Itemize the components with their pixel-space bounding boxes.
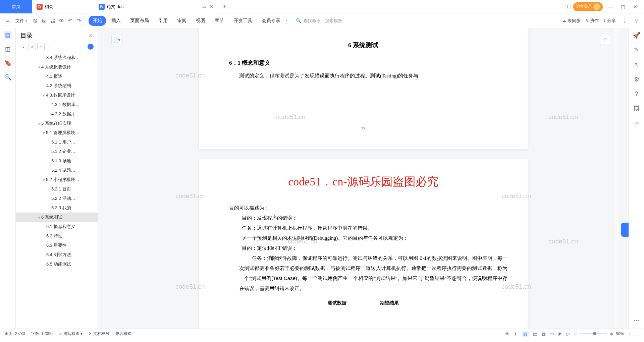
chevron-icon[interactable]: ∨ (41, 94, 46, 97)
chevron-icon[interactable]: ∨ (41, 131, 46, 135)
search-box[interactable]: 🔍查找命令、搜索模板 (296, 18, 342, 24)
search-panel-icon[interactable]: 🔍 (4, 73, 12, 81)
sun-icon[interactable]: ☀ (514, 331, 518, 337)
box-icon[interactable]: ◫ (4, 45, 12, 53)
outline-icon[interactable]: ▤ (4, 31, 12, 39)
tab-home[interactable]: 首页 (0, 0, 32, 13)
outline-item[interactable]: 6.4 测试方法 (16, 250, 98, 260)
vertical-ruler[interactable] (613, 28, 619, 329)
tab-close-icon[interactable]: ✕ (210, 4, 213, 9)
outline-item[interactable]: ∨4.3.数据库设计 (16, 91, 98, 100)
eye-icon[interactable]: 👁 (505, 331, 509, 337)
outline-item[interactable]: 5.1.3 场地… (16, 156, 98, 166)
zoom-value[interactable]: 80% (616, 332, 624, 336)
window-count-badge[interactable]: 1 (564, 4, 571, 9)
coop-button[interactable]: ✎ 协作 (585, 18, 599, 24)
atom-icon[interactable]: ⚛ (634, 119, 639, 127)
outline-collapse-all[interactable]: ∨ (20, 43, 27, 50)
fullscreen-icon[interactable]: ⛶ (635, 331, 639, 337)
grid-icon[interactable]: ▷ (567, 331, 570, 337)
more-tools-icon[interactable]: ⋯ (634, 317, 640, 324)
outline-item[interactable]: 6.1 概念和意义 (16, 222, 98, 231)
outline-remove[interactable]: − (46, 43, 53, 50)
document-viewport[interactable]: 📄▾ ♡ 6 系统测试 6．1 概念和意义 测试的定义：程序测试是为了发现错误而… (98, 28, 629, 329)
side-tab[interactable] (621, 223, 629, 237)
save-as-icon[interactable]: 🖫 (40, 17, 48, 24)
outline-item[interactable]: 6.2 特性 (16, 231, 98, 241)
outline-item[interactable]: ∨5.2 小程序模块… (16, 175, 98, 184)
rocket-icon[interactable]: 🚀 (633, 32, 640, 39)
menu-member[interactable]: 会员专享 (258, 16, 284, 26)
menu-layout[interactable]: 页面布局 (126, 16, 153, 26)
help-icon[interactable]: ? (635, 91, 638, 98)
save-icon[interactable]: 🖫 (32, 17, 39, 24)
outline-item[interactable]: ∨5 系统详细实现 (16, 119, 98, 128)
print-icon[interactable]: 🖨 (49, 17, 56, 24)
edit-icon[interactable]: ✎ (634, 46, 639, 54)
sync-button[interactable]: ☁ 未同步 (562, 18, 581, 24)
menu-more-icon[interactable]: ▸ (286, 18, 288, 23)
share-button[interactable]: ⤴ 分享 (603, 18, 616, 24)
more-icon[interactable]: ⋮ (621, 17, 628, 24)
cursor-icon[interactable]: ↖ (634, 61, 639, 68)
chevron-icon[interactable]: ∨ (41, 178, 46, 182)
view-page-icon[interactable]: ▥ (522, 331, 529, 337)
maximize-button[interactable]: ▢ (618, 3, 628, 11)
preview-icon[interactable]: 👁 (58, 17, 65, 24)
menu-start[interactable]: 开始 (89, 16, 106, 26)
outline-item[interactable]: 5.2.1 首页 (16, 184, 98, 194)
settings-icon[interactable]: ⚙ (634, 76, 639, 83)
chevron-icon[interactable]: ∨ (37, 122, 41, 125)
outline-item[interactable]: ∨6 系统测试 (16, 213, 98, 222)
float-doc-icon[interactable]: 📄▾ (111, 35, 121, 45)
image-icon[interactable]: 🖼 (634, 105, 640, 112)
outline-add[interactable]: + (37, 43, 45, 50)
menu-references[interactable]: 引用 (154, 16, 172, 26)
outline-item[interactable]: 6.5 功能测试 (16, 260, 98, 269)
outline-expand-all[interactable]: ∧ (29, 43, 36, 50)
outline-item[interactable]: 5.1.1 用户… (16, 137, 98, 147)
tab-window-icon[interactable]: ▭ (202, 4, 206, 9)
outline-item[interactable]: 6.3 重要性 (16, 241, 98, 250)
outline-item[interactable]: 5.2.3 我的 (16, 203, 98, 213)
tab-dao[interactable]: D稻壳 (32, 0, 94, 13)
menu-devtools[interactable]: 开发工具 (229, 16, 256, 26)
tab-document[interactable]: W 论文.doc ▭ ✕ (94, 0, 218, 13)
status-compat[interactable]: 兼容模式 (115, 331, 131, 337)
outline-item[interactable]: 5.1.4 试题… (16, 166, 98, 175)
outline-item[interactable]: ∨5.1 管理员模块… (16, 128, 98, 137)
outline-item[interactable]: 3.4 系统流程和… (16, 53, 98, 62)
hamburger-icon[interactable]: ≡ (4, 17, 11, 24)
outline-close-icon[interactable]: ✕ (89, 33, 93, 39)
menu-chapter[interactable]: 章节 (211, 16, 228, 26)
outline-item[interactable]: 4.3.2 数据库… (16, 109, 98, 119)
float-filter-icon[interactable]: ♡ (600, 35, 610, 45)
zoom-slider[interactable] (580, 333, 607, 334)
bookmark-icon[interactable]: 🔖 (4, 59, 12, 67)
menu-view[interactable]: 视图 (192, 16, 209, 26)
outline-item[interactable]: 5.1.2 企业… (16, 147, 98, 156)
outline-item[interactable]: 4.2 系统结构 (16, 81, 98, 91)
minimize-button[interactable]: — (605, 3, 615, 11)
outline-item[interactable]: 4.1 概述 (16, 72, 98, 81)
close-button[interactable]: ✕ (631, 3, 640, 11)
add-icon[interactable]: + (628, 331, 631, 337)
menu-review[interactable]: 审阅 (173, 16, 191, 26)
outline-ai-icon[interactable] (88, 44, 94, 50)
status-words[interactable]: 字数: 12090 (31, 331, 53, 337)
tab-add-button[interactable]: + (218, 3, 231, 10)
redo-icon[interactable]: ↷ (75, 17, 83, 24)
status-proofread[interactable]: ✕ 文档校对 (89, 331, 109, 337)
chevron-icon[interactable]: ∨ (37, 65, 41, 69)
view-outline-icon[interactable]: ▤ (533, 331, 537, 337)
collapse-icon[interactable]: ∨ (633, 17, 640, 24)
undo-icon[interactable]: ↶ (66, 17, 74, 24)
zoom-control[interactable]: ⊖ ⊕ 80% (574, 332, 624, 336)
outline-item[interactable]: 4.3.1 数据库… (16, 100, 98, 109)
guest-login-button[interactable]: 访客登录 (573, 2, 603, 11)
view-read-icon[interactable]: ▭ (550, 331, 554, 337)
menu-insert[interactable]: 插入 (107, 16, 125, 26)
chevron-icon[interactable]: ∨ (37, 216, 41, 219)
view-focus-icon[interactable]: ◩ (558, 331, 562, 337)
outline-item[interactable]: 5.2.2 活动… (16, 194, 98, 203)
